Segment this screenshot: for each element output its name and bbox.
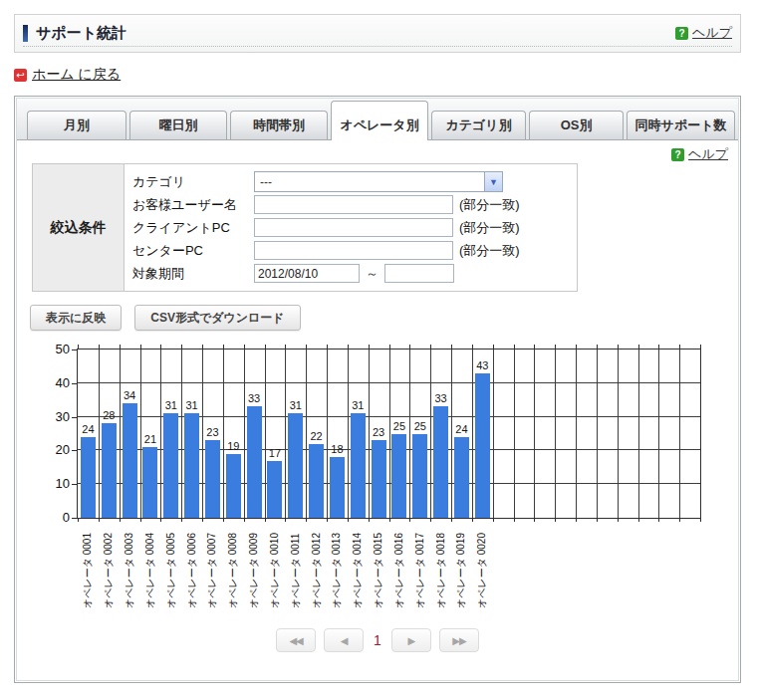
gridline [181,350,182,518]
bar [267,461,282,518]
bar [412,434,427,519]
title-accent-bar [23,25,28,42]
x-axis-tick [555,518,556,522]
y-axis-label: 30 [36,409,70,424]
x-axis-tick [534,518,535,522]
x-axis-label: オペレータ 0020 [475,524,489,608]
tab-operator[interactable]: オペレータ別 [331,101,428,140]
top-axis-tick [306,345,307,349]
x-axis-label: オペレータ 0005 [164,524,178,608]
help-link[interactable]: ヘルプ [692,24,732,42]
y-axis-label: 40 [36,375,70,390]
tab-monthly[interactable]: 月別 [27,111,126,139]
x-axis-label: オペレータ 0006 [185,524,199,608]
top-axis-tick [472,345,473,349]
top-axis-tick [409,345,410,349]
bar [163,413,178,518]
tab-hourly[interactable]: 時間帯別 [230,111,328,139]
help-icon: ? [671,148,684,161]
x-axis-label: オペレータ 0016 [392,524,406,608]
gridline [514,350,515,518]
gridline [409,350,410,518]
tab-os[interactable]: OS別 [529,111,624,139]
top-axis-tick [348,345,349,349]
csv-download-button[interactable]: CSV形式でダウンロード [134,305,300,331]
help-icon: ? [675,27,688,40]
first-page-button[interactable]: ◀◀ [276,628,316,652]
period-label: 対象期間 [132,265,254,283]
prev-page-button[interactable]: ◀ [324,628,364,652]
x-axis-label: オペレータ 0011 [289,524,303,608]
bar [288,413,303,518]
period-to-input[interactable] [384,264,454,283]
page-title: サポート統計 [36,24,126,43]
main-panel: 月別曜日別時間帯別オペレータ別カテゴリ別OS別同時サポート数 ? ヘルプ 絞込条… [14,96,741,683]
bar-value-label: 33 [428,393,454,404]
center-pc-input[interactable] [254,241,453,260]
pagination: ◀◀ ◀ 1 ▶ ▶▶ [15,628,740,652]
bar-value-label: 22 [304,431,330,442]
bar-value-label: 18 [324,444,350,455]
x-axis-tick [120,518,121,522]
top-axis-tick [576,345,577,349]
x-axis-tick [99,518,100,522]
y-axis-tick [72,450,77,451]
gridline [576,350,577,518]
apply-button[interactable]: 表示に反映 [30,305,122,331]
bar-value-label: 24 [448,424,474,435]
tab-weekday[interactable]: 曜日別 [129,111,227,139]
gridline [430,350,431,518]
filter-legend: 絞込条件 [32,163,124,292]
customer-user-input[interactable] [254,195,453,214]
category-label: カテゴリ [132,173,254,191]
x-axis-label: オペレータ 0015 [372,524,385,608]
back-to-home-link[interactable]: ホーム に戻る [32,66,121,84]
bar-value-label: 23 [199,427,225,438]
x-axis-tick [638,518,639,522]
top-axis-tick [181,345,182,349]
bar [433,406,448,518]
x-axis-tick [327,518,328,522]
header-help[interactable]: ? ヘルプ [675,24,732,42]
gridline [679,350,680,518]
y-axis-label: 50 [36,342,70,356]
tab-concurrent[interactable]: 同時サポート数 [627,111,735,139]
x-axis-tick [576,518,577,522]
bar-value-label: 17 [262,448,288,459]
bar-value-label: 21 [137,434,163,445]
bar-value-label: 19 [220,441,246,452]
x-axis-tick [223,518,224,522]
gridline [265,350,266,518]
category-select-value: --- [255,172,484,191]
top-axis-tick [389,345,390,349]
bar [309,444,324,518]
period-from-input[interactable] [254,264,360,283]
x-axis-tick [160,518,161,522]
next-page-button[interactable]: ▶ [391,628,431,652]
back-to-home[interactable]: ↩ ホーム に戻る [14,66,121,84]
x-axis-label: オペレータ 0001 [81,524,95,608]
bar [205,440,220,518]
x-axis-tick [78,518,79,522]
x-axis-tick [430,518,431,522]
last-page-button[interactable]: ▶▶ [439,628,479,652]
category-select[interactable]: --- ▼ [254,171,503,192]
top-axis-tick [285,345,286,349]
bar [351,413,366,518]
y-axis-label: 20 [36,442,70,457]
gridline [348,350,349,518]
partial-match-note: (部分一致) [459,219,520,237]
bar [475,373,490,518]
content-help-link[interactable]: ヘルプ [688,145,728,163]
content-help[interactable]: ? ヘルプ [671,145,728,163]
filter-row-client-pc: クライアントPC (部分一致) [132,216,577,239]
gridline [555,350,556,518]
partial-match-note: (部分一致) [459,242,520,260]
chevron-down-icon[interactable]: ▼ [484,172,502,191]
tab-category[interactable]: カテゴリ別 [431,111,526,139]
bar-value-label: 43 [469,360,495,371]
top-axis-tick [597,345,598,349]
top-axis-tick [327,345,328,349]
partial-match-note: (部分一致) [459,196,520,214]
client-pc-input[interactable] [254,218,453,237]
